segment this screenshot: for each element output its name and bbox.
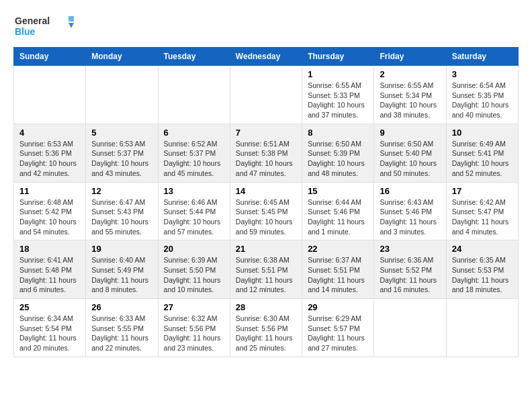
day-number: 15 [308,186,368,196]
calendar-cell: 15Sunrise: 6:44 AMSunset: 5:46 PMDayligh… [302,182,374,240]
calendar-cell: 8Sunrise: 6:50 AMSunset: 5:39 PMDaylight… [302,124,374,182]
header-thursday: Thursday [302,48,374,66]
day-info: Sunrise: 6:45 AMSunset: 5:45 PMDaylight:… [236,197,296,237]
calendar-cell: 29Sunrise: 6:29 AMSunset: 5:57 PMDayligh… [302,299,374,357]
calendar-cell: 12Sunrise: 6:47 AMSunset: 5:43 PMDayligh… [86,182,158,240]
day-info: Sunrise: 6:52 AMSunset: 5:37 PMDaylight:… [164,139,224,179]
day-number: 8 [308,128,368,138]
day-info: Sunrise: 6:49 AMSunset: 5:41 PMDaylight:… [452,139,513,179]
week-row-3: 11Sunrise: 6:48 AMSunset: 5:42 PMDayligh… [14,182,519,240]
day-info: Sunrise: 6:34 AMSunset: 5:54 PMDaylight:… [19,314,80,353]
day-number: 9 [380,128,440,138]
day-info: Sunrise: 6:30 AMSunset: 5:56 PMDaylight:… [236,314,296,353]
day-info: Sunrise: 6:46 AMSunset: 5:44 PMDaylight:… [164,197,224,237]
header-wednesday: Wednesday [230,48,302,66]
day-number: 26 [91,302,152,312]
calendar-cell: 6Sunrise: 6:52 AMSunset: 5:37 PMDaylight… [158,124,230,182]
calendar-cell: 17Sunrise: 6:42 AMSunset: 5:47 PMDayligh… [446,182,518,240]
day-number: 17 [452,186,513,196]
day-number: 21 [236,244,296,254]
calendar-table: SundayMondayTuesdayWednesdayThursdayFrid… [13,47,519,357]
day-info: Sunrise: 6:48 AMSunset: 5:42 PMDaylight:… [19,197,80,237]
calendar-cell: 14Sunrise: 6:45 AMSunset: 5:45 PMDayligh… [230,182,302,240]
day-number: 5 [91,128,152,138]
calendar-cell: 21Sunrise: 6:38 AMSunset: 5:51 PMDayligh… [230,240,302,299]
week-row-1: 1Sunrise: 6:55 AMSunset: 5:33 PMDaylight… [14,66,519,124]
day-number: 28 [236,302,296,312]
day-info: Sunrise: 6:32 AMSunset: 5:56 PMDaylight:… [164,314,224,353]
day-number: 14 [236,186,296,196]
logo: General Blue [13,13,74,40]
day-number: 29 [308,302,368,312]
calendar-cell: 26Sunrise: 6:33 AMSunset: 5:55 PMDayligh… [86,299,158,357]
day-number: 11 [19,186,80,196]
week-row-4: 18Sunrise: 6:41 AMSunset: 5:48 PMDayligh… [14,240,519,299]
header-monday: Monday [86,48,158,66]
day-number: 16 [380,186,440,196]
header-row: SundayMondayTuesdayWednesdayThursdayFrid… [14,48,519,66]
calendar-cell: 25Sunrise: 6:34 AMSunset: 5:54 PMDayligh… [14,299,86,357]
day-info: Sunrise: 6:38 AMSunset: 5:51 PMDaylight:… [236,255,296,295]
day-info: Sunrise: 6:50 AMSunset: 5:39 PMDaylight:… [308,139,368,179]
day-info: Sunrise: 6:53 AMSunset: 5:37 PMDaylight:… [91,139,152,179]
calendar-cell: 11Sunrise: 6:48 AMSunset: 5:42 PMDayligh… [14,182,86,240]
calendar-cell: 7Sunrise: 6:51 AMSunset: 5:38 PMDaylight… [230,124,302,182]
week-row-5: 25Sunrise: 6:34 AMSunset: 5:54 PMDayligh… [14,299,519,357]
header-sunday: Sunday [14,48,86,66]
day-info: Sunrise: 6:41 AMSunset: 5:48 PMDaylight:… [19,255,80,295]
day-info: Sunrise: 6:42 AMSunset: 5:47 PMDaylight:… [452,197,513,237]
day-number: 7 [236,128,296,138]
calendar-cell: 3Sunrise: 6:54 AMSunset: 5:35 PMDaylight… [446,66,518,124]
page-header: General Blue [13,13,519,40]
svg-text:General: General [15,15,50,26]
day-info: Sunrise: 6:35 AMSunset: 5:53 PMDaylight:… [452,255,513,295]
calendar-cell: 16Sunrise: 6:43 AMSunset: 5:46 PMDayligh… [374,182,446,240]
day-info: Sunrise: 6:44 AMSunset: 5:46 PMDaylight:… [308,197,368,237]
calendar-cell: 10Sunrise: 6:49 AMSunset: 5:41 PMDayligh… [446,124,518,182]
day-number: 27 [164,302,224,312]
day-number: 1 [308,69,368,79]
day-info: Sunrise: 6:55 AMSunset: 5:34 PMDaylight:… [380,81,440,120]
day-info: Sunrise: 6:51 AMSunset: 5:38 PMDaylight:… [236,139,296,179]
calendar-cell: 4Sunrise: 6:53 AMSunset: 5:36 PMDaylight… [14,124,86,182]
day-info: Sunrise: 6:54 AMSunset: 5:35 PMDaylight:… [452,81,513,120]
day-info: Sunrise: 6:33 AMSunset: 5:55 PMDaylight:… [91,314,152,353]
day-number: 22 [308,244,368,254]
calendar-cell [446,299,518,357]
day-number: 25 [19,302,80,312]
svg-text:Blue: Blue [15,26,36,37]
day-info: Sunrise: 6:55 AMSunset: 5:33 PMDaylight:… [308,81,368,120]
day-number: 19 [91,244,152,254]
header-saturday: Saturday [446,48,518,66]
calendar-cell: 20Sunrise: 6:39 AMSunset: 5:50 PMDayligh… [158,240,230,299]
day-info: Sunrise: 6:37 AMSunset: 5:51 PMDaylight:… [308,255,368,295]
day-number: 6 [164,128,224,138]
calendar-cell [230,66,302,124]
svg-marker-2 [69,16,74,21]
calendar-cell: 23Sunrise: 6:36 AMSunset: 5:52 PMDayligh… [374,240,446,299]
calendar-cell [374,299,446,357]
day-info: Sunrise: 6:39 AMSunset: 5:50 PMDaylight:… [164,255,224,295]
day-number: 13 [164,186,224,196]
header-tuesday: Tuesday [158,48,230,66]
calendar-cell: 2Sunrise: 6:55 AMSunset: 5:34 PMDaylight… [374,66,446,124]
day-info: Sunrise: 6:29 AMSunset: 5:57 PMDaylight:… [308,314,368,353]
calendar-cell: 28Sunrise: 6:30 AMSunset: 5:56 PMDayligh… [230,299,302,357]
calendar-cell: 22Sunrise: 6:37 AMSunset: 5:51 PMDayligh… [302,240,374,299]
svg-marker-3 [69,23,74,28]
week-row-2: 4Sunrise: 6:53 AMSunset: 5:36 PMDaylight… [14,124,519,182]
day-number: 3 [452,69,513,79]
day-info: Sunrise: 6:43 AMSunset: 5:46 PMDaylight:… [380,197,440,237]
calendar-cell [158,66,230,124]
day-number: 2 [380,69,440,79]
calendar-cell: 1Sunrise: 6:55 AMSunset: 5:33 PMDaylight… [302,66,374,124]
day-number: 24 [452,244,513,254]
day-number: 4 [19,128,80,138]
day-number: 10 [452,128,513,138]
logo-svg: General Blue [13,13,74,40]
calendar-cell [14,66,86,124]
header-friday: Friday [374,48,446,66]
calendar-cell: 5Sunrise: 6:53 AMSunset: 5:37 PMDaylight… [86,124,158,182]
day-info: Sunrise: 6:36 AMSunset: 5:52 PMDaylight:… [380,255,440,295]
day-info: Sunrise: 6:50 AMSunset: 5:40 PMDaylight:… [380,139,440,179]
